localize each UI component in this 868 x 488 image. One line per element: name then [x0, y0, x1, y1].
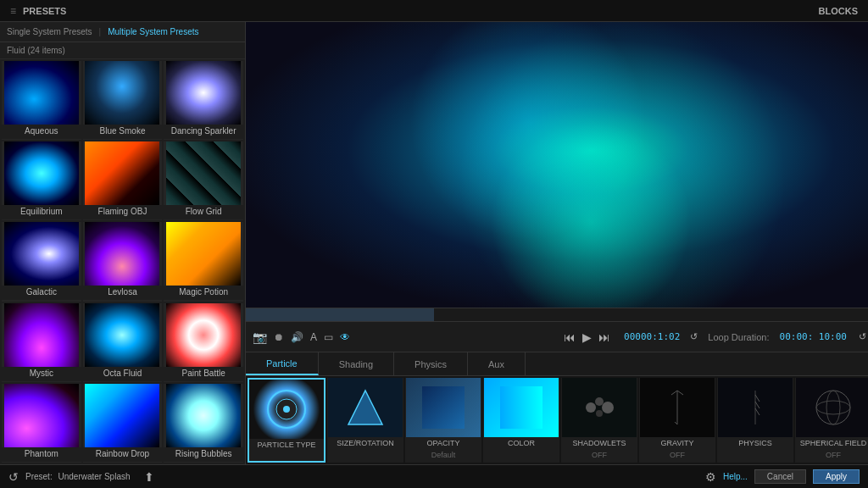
svg-point-4 — [586, 402, 596, 413]
preset-thumb — [4, 303, 79, 367]
thumb-card-size-rotation[interactable]: SIZE/ROTATION — [327, 378, 403, 463]
preset-label: Dancing Sparkler — [164, 125, 243, 139]
preset-label: Mystic — [2, 367, 81, 381]
tab-shading[interactable]: Shading — [319, 352, 394, 375]
help-link[interactable]: Help... — [723, 472, 748, 481]
status-preset-name: Underwater Splash — [58, 472, 130, 481]
list-item[interactable]: Magic Potion — [164, 222, 243, 301]
refresh-icon[interactable]: ↺ — [859, 331, 866, 342]
status-right: ⚙ Help... Cancel Apply — [705, 469, 860, 484]
list-item[interactable]: Paint Battle — [164, 303, 243, 382]
play-button[interactable]: ▶ — [582, 330, 592, 344]
list-item[interactable]: Aqueous — [2, 61, 81, 140]
preset-thumb — [85, 61, 159, 125]
thumb-card-gravity[interactable]: GRAVITY OFF — [639, 378, 715, 463]
svg-point-6 — [602, 402, 614, 413]
preset-thumb — [166, 61, 241, 125]
preset-thumb — [85, 384, 159, 447]
rewind-button[interactable]: ⏮ — [564, 330, 576, 344]
presets-count: Fluid (24 items) — [0, 42, 245, 59]
center-area: 📷 ⏺ 🔊 A ▭ 👁 ⏮ ▶ ⏭ 00000:1:02 ↺ Loop Dura… — [246, 22, 868, 464]
undo-icon[interactable]: ↺ — [8, 470, 19, 484]
thumb-card-physics[interactable]: PHYSICS — [717, 378, 793, 463]
thumb-card-sublabel: Default — [431, 451, 456, 459]
thumb-card-color[interactable]: COLOR — [483, 378, 559, 463]
tab-aux[interactable]: Aux — [468, 352, 526, 375]
bottom-thumbs: PARTICLE TYPE SIZE/ROTATION OPACITY Defa… — [246, 375, 868, 464]
thumb-card-label: SPHERICAL FIELD — [798, 437, 868, 451]
preset-thumb — [85, 222, 159, 286]
camera-icon[interactable]: 📷 — [253, 330, 267, 344]
export-icon[interactable]: ⬆ — [144, 470, 154, 484]
presets-tabs: Single System Presets | Multiple System … — [0, 22, 245, 42]
preset-thumb — [166, 222, 241, 286]
list-item[interactable]: Rising Bubbles — [164, 384, 243, 463]
thumb-card-label: OPACITY — [426, 437, 462, 451]
preset-label: Paint Battle — [164, 367, 243, 381]
presets-grid: Aqueous Blue Smoke Dancing Sparkler Equi… — [0, 59, 245, 464]
blocks-title: BLOCKS — [819, 6, 858, 16]
presets-title: PRESETS — [23, 6, 66, 16]
thumb-card-sublabel: OFF — [670, 451, 685, 459]
text-icon[interactable]: A — [310, 331, 317, 343]
presets-icon: ≡ — [10, 5, 16, 17]
record-icon[interactable]: ⏺ — [274, 331, 284, 343]
preset-thumb — [166, 303, 241, 367]
preset-label: Levlosa — [83, 286, 163, 300]
thumb-opacity-img — [406, 378, 481, 437]
thumb-card-spherical-field[interactable]: SPHERICAL FIELD OFF — [795, 378, 868, 463]
thumb-color-img — [484, 378, 559, 437]
list-item[interactable]: Equilibrium — [2, 141, 81, 220]
tab-multiple-system[interactable]: Multiple System Presets — [108, 27, 198, 36]
preset-thumb — [4, 222, 79, 286]
thumb-card-shadowlets[interactable]: SHADOWLETS OFF — [561, 378, 637, 463]
frame-icon[interactable]: ▭ — [324, 331, 333, 343]
time-display: 00000:1:02 — [624, 331, 680, 342]
thumb-card-label: SHADOWLETS — [570, 437, 627, 451]
list-item[interactable]: Levlosa — [83, 222, 163, 301]
particle-visualization — [246, 22, 868, 308]
svg-point-17 — [816, 401, 850, 414]
tab-particle[interactable]: Particle — [246, 352, 319, 375]
svg-line-13 — [755, 395, 760, 402]
thumb-card-label: PARTICLE TYPE — [255, 439, 317, 452]
list-item[interactable]: Flaming OBJ — [83, 141, 163, 220]
timeline-bar[interactable] — [246, 308, 868, 321]
list-item[interactable]: Galactic — [2, 222, 81, 301]
top-bar-left: ≡ PRESETS — [10, 5, 66, 17]
preset-label: Octa Fluid — [83, 367, 163, 381]
preset-label: Rainbow Drop — [83, 447, 163, 462]
tab-single-system[interactable]: Single System Presets — [7, 27, 92, 36]
thumb-gravity-img — [640, 378, 715, 437]
list-item[interactable]: Mystic — [2, 303, 81, 382]
list-item[interactable]: Dancing Sparkler — [164, 61, 243, 140]
cancel-button[interactable]: Cancel — [754, 469, 806, 484]
list-item[interactable]: Rainbow Drop — [83, 384, 163, 463]
thumb-card-opacity[interactable]: OPACITY Default — [405, 378, 481, 463]
preset-thumb — [85, 141, 159, 205]
loop-time-display: 00:00: 10:00 — [780, 331, 847, 342]
list-item[interactable]: Blue Smoke — [83, 61, 163, 140]
settings-icon[interactable]: ⚙ — [705, 470, 716, 484]
preset-label: Flaming OBJ — [83, 205, 163, 219]
status-bar: ↺ Preset: Underwater Splash ⬆ ⚙ Help... … — [0, 464, 868, 488]
list-item[interactable]: Flow Grid — [164, 141, 243, 220]
preset-thumb — [4, 141, 79, 205]
viewport — [246, 22, 868, 308]
apply-button[interactable]: Apply — [813, 469, 860, 484]
status-preset-label: Preset: Underwater Splash — [25, 472, 131, 481]
forward-button[interactable]: ⏭ — [598, 330, 610, 344]
list-item[interactable]: Phantom — [2, 384, 81, 463]
audio-icon[interactable]: 🔊 — [291, 331, 303, 343]
main-layout: Single System Presets | Multiple System … — [0, 22, 868, 464]
thumb-card-particle-type[interactable]: PARTICLE TYPE — [248, 378, 326, 463]
thumb-size-rotation-img — [328, 378, 403, 437]
tab-physics[interactable]: Physics — [394, 352, 468, 375]
svg-line-14 — [755, 402, 760, 408]
bottom-tabs-bar: Particle Shading Physics Aux — [246, 352, 868, 375]
list-item[interactable]: Octa Fluid — [83, 303, 163, 382]
preset-label: Blue Smoke — [83, 125, 163, 139]
eye-icon[interactable]: 👁 — [340, 331, 350, 343]
loop-icon: ↺ — [690, 331, 698, 342]
preset-thumb — [166, 384, 241, 447]
